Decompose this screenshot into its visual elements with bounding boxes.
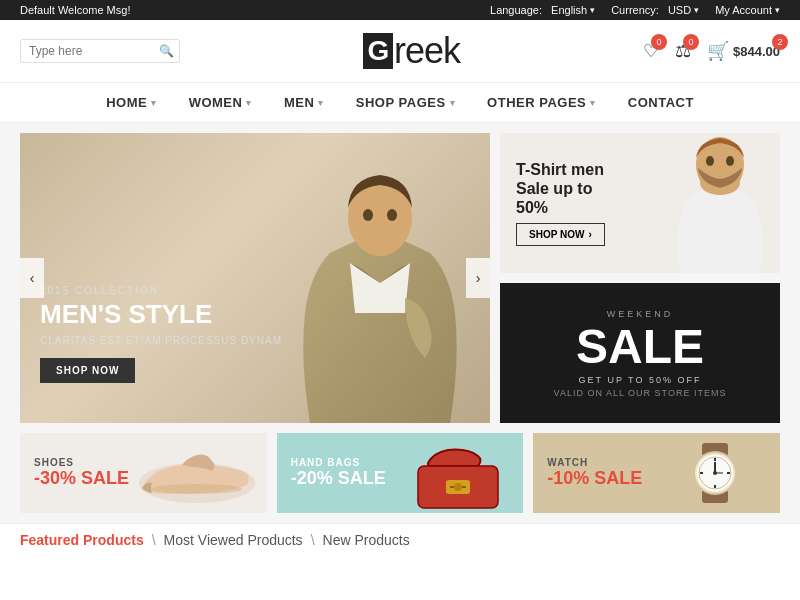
new-products-tab[interactable]: New Products [323,532,410,548]
tab-separator-1: \ [152,532,156,548]
account-label: My Account [715,4,772,16]
banner-shop-now-label: SHOP NOW [529,229,584,240]
slider-next-button[interactable]: › [466,258,490,298]
top-bar-right: Language: English Currency: USD My Accou… [490,4,780,16]
search-box[interactable]: 🔍 [20,39,180,63]
language-selector[interactable]: Language: English [490,4,595,16]
svg-point-13 [454,483,462,491]
product-tabs: Featured Products \ Most Viewed Products… [0,523,800,556]
account-menu[interactable]: My Account [715,4,780,16]
shoes-label: SHOES [34,457,129,468]
banner-top-text: T-Shirt menSale up to50% SHOP NOW › [516,160,605,247]
language-value: English [551,4,587,16]
logo[interactable]: G reek [363,30,460,72]
svg-point-3 [387,209,397,221]
nav-item-shop-pages[interactable]: SHOP PAGES ▾ [340,83,471,122]
svg-point-2 [363,209,373,221]
nav-item-men[interactable]: MEN ▾ [268,83,340,122]
nav-item-women[interactable]: WOMEN ▾ [173,83,268,122]
header: 🔍 G reek ♡ 0 ⚖ 0 🛒 2 $844.00 [0,20,800,83]
hero-collection: 2015 COLLECTION [40,285,282,296]
cart-icon-wrap[interactable]: 🛒 2 $844.00 [707,40,780,62]
watch-banner[interactable]: WATCH -10% SALE [533,433,780,513]
search-icon[interactable]: 🔍 [159,44,174,58]
svg-point-6 [706,156,714,166]
chevron-down-icon: ▾ [246,98,252,108]
compare-badge: 0 [683,34,699,50]
featured-products-tab[interactable]: Featured Products [20,532,144,548]
welcome-message: Default Welcome Msg! [20,4,130,16]
tshirt-man-illustration [660,133,780,273]
header-icons: ♡ 0 ⚖ 0 🛒 2 $844.00 [643,40,780,62]
chevron-down-icon: ▾ [318,98,324,108]
slider-prev-button[interactable]: ‹ [20,258,44,298]
handbags-label: HAND BAGS [291,457,386,468]
logo-text: reek [394,30,460,72]
svg-point-28 [713,471,717,475]
main-content: 2015 COLLECTION MEN'S STYLE CLARITAS EST… [0,123,800,433]
shoes-illustration [132,443,262,508]
chevron-down-icon: ▾ [590,98,596,108]
nav-item-other-pages[interactable]: OTHER PAGES ▾ [471,83,612,122]
handbags-text: HAND BAGS -20% SALE [291,457,386,489]
most-viewed-products-tab[interactable]: Most Viewed Products [164,532,303,548]
weekend-sale-banner: WEEKEND SALE GET UP TO 50% OFF VALID ON … [500,283,780,423]
chevron-down-icon: ▾ [450,98,456,108]
tab-separator-2: \ [311,532,315,548]
main-nav: HOME ▾ WOMEN ▾ MEN ▾ SHOP PAGES ▾ OTHER … [0,83,800,123]
compare-icon-wrap[interactable]: ⚖ 0 [675,40,691,62]
handbags-sale: -20% SALE [291,468,386,489]
hero-slider: 2015 COLLECTION MEN'S STYLE CLARITAS EST… [20,133,490,423]
watch-illustration [660,438,770,508]
nav-item-contact[interactable]: CONTACT [612,83,710,122]
sale-label: SALE [576,323,704,371]
top-bar: Default Welcome Msg! Language: English C… [0,0,800,20]
hero-text: 2015 COLLECTION MEN'S STYLE CLARITAS EST… [40,285,282,383]
currency-label: Currency: [611,4,659,16]
currency-value: USD [668,4,691,16]
wishlist-icon-wrap[interactable]: ♡ 0 [643,40,659,62]
shoes-text: SHOES -30% SALE [34,457,129,489]
shoes-sale: -30% SALE [34,468,129,489]
nav-list: HOME ▾ WOMEN ▾ MEN ▾ SHOP PAGES ▾ OTHER … [90,83,710,122]
watch-sale: -10% SALE [547,468,642,489]
currency-selector[interactable]: Currency: USD [611,4,699,16]
arrow-right-icon: › [588,229,591,240]
svg-point-7 [726,156,734,166]
sale-subtitle: GET UP TO 50% OFF [579,375,702,385]
sale-valid-text: VALID ON ALL OUR STORE ITEMS [554,388,727,398]
chevron-down-icon: ▾ [151,98,157,108]
shoes-banner[interactable]: SHOES -30% SALE [20,433,267,513]
banner-shop-now-button[interactable]: SHOP NOW › [516,223,605,246]
nav-item-home[interactable]: HOME ▾ [90,83,173,122]
watch-label: WATCH [547,457,642,468]
banner-top-title: T-Shirt menSale up to50% [516,160,605,218]
hero-subtitle: CLARITAS EST ETIAM PROCESSUS DYNAM [40,335,282,346]
watch-text: WATCH -10% SALE [547,457,642,489]
language-label: Language: [490,4,542,16]
logo-bracket: G [363,33,393,69]
cart-badge: 2 [772,34,788,50]
weekend-label: WEEKEND [607,309,674,319]
handbag-illustration [398,438,518,513]
svg-point-9 [152,484,242,494]
search-input[interactable] [29,44,159,58]
tshirt-sale-banner[interactable]: T-Shirt menSale up to50% SHOP NOW › [500,133,780,273]
side-banners: T-Shirt menSale up to50% SHOP NOW › [500,133,780,423]
hero-shop-now-button[interactable]: SHOP NOW [40,358,135,383]
wishlist-badge: 0 [651,34,667,50]
cart-icon: 🛒 [707,40,729,62]
category-banners: SHOES -30% SALE HAND BAGS -20% SALE WA [0,433,800,523]
hero-title: MEN'S STYLE [40,300,282,329]
handbags-banner[interactable]: HAND BAGS -20% SALE [277,433,524,513]
